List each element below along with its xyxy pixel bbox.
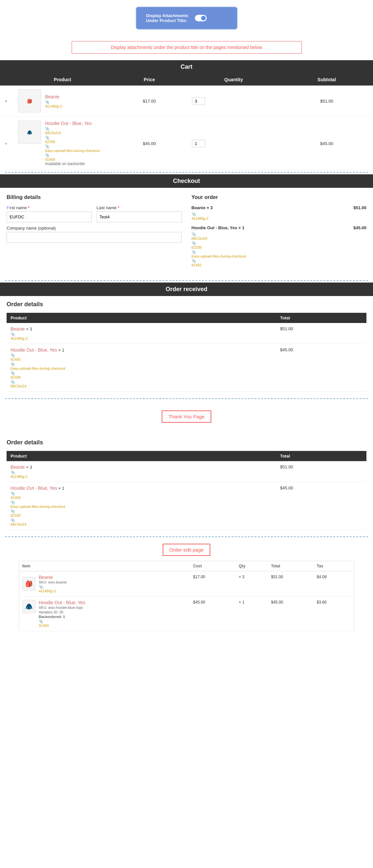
beanie-link[interactable]: Beanie <box>45 94 60 99</box>
edit-beanie-cost: $17.00 <box>190 571 236 597</box>
remove-hoodie-button[interactable]: × <box>5 142 7 146</box>
billing-panel: Billing details First name * Last name * <box>7 194 182 272</box>
checkout-h-icon-3: 📎 <box>192 250 196 254</box>
edit-hoodie-variation: Variation ID: 35 <box>39 610 63 614</box>
ty-hoodie-qty: × 1 <box>58 486 64 491</box>
info-box-text: Display attachments under the product ti… <box>111 45 262 50</box>
or-beanie-link[interactable]: Beanie <box>10 326 25 332</box>
beanie-price: $17.00 <box>112 86 187 117</box>
remove-beanie-button[interactable]: × <box>5 99 7 103</box>
hoodie-attachment-3[interactable]: Easy-upload-files-during-checkout <box>45 149 100 153</box>
checkout-beanie-name: Beanie × 3 <box>192 205 213 210</box>
or-col-product: Product <box>7 313 276 323</box>
hoodie-attachment-1[interactable]: 8AC0uG4 <box>45 131 100 135</box>
display-attachments-toggle[interactable] <box>195 15 207 21</box>
ty-beanie-qty: × 3 <box>26 465 32 470</box>
edit-beanie-icon: 🎒 <box>25 580 33 587</box>
ty-hoodie-attach-4[interactable]: 8AC0uG4 <box>10 522 272 526</box>
or-hoodie-link[interactable]: Hoodie Out - Blue, Yes <box>10 347 57 352</box>
ty-beanie-attach[interactable]: 4s1480g-2 <box>10 475 272 478</box>
or-beanie-attach[interactable]: 4s1480g-2 <box>10 337 272 340</box>
first-name-group: First name * <box>7 205 92 222</box>
order-received-title: Order received <box>166 286 207 292</box>
top-banner: Display Attachments Under Product Title: <box>136 7 238 30</box>
ty-hoodie-link[interactable]: Hoodie Out - Blue, Yes <box>10 486 57 491</box>
edit-beanie-attach-icon: 📎 <box>39 585 43 589</box>
company-group: Company name (optional) <box>7 226 182 243</box>
or-hoodie-attach-3[interactable]: 62338 <box>10 375 272 379</box>
checkout-beanie-attach[interactable]: 4s1485g-2 <box>192 216 367 220</box>
checkout-dashed-divider <box>5 280 368 281</box>
table-row: Hoodie Out - Blue, Yes × 1 📎 91469 📎 Eas… <box>7 482 366 530</box>
top-banner-wrapper: Display Attachments Under Product Title: <box>0 0 373 34</box>
thank-you-table: Product Total Beanie × 3 📎 4s1480g-2 $51… <box>7 451 366 530</box>
beanie-icon: 🎒 <box>27 99 32 103</box>
company-input[interactable] <box>7 232 182 243</box>
edit-hoodie-link[interactable]: Hoodie Out - Blue, Yes <box>39 600 86 605</box>
checkout-section: Checkout Billing details First name * La… <box>0 174 373 281</box>
ty-hoodie-attach-2[interactable]: Easy-upload-files-during-checkout <box>10 504 272 508</box>
edit-hoodie-attach[interactable]: 91469 <box>39 624 86 627</box>
thank-you-label-wrapper: Thank You Page <box>0 404 373 429</box>
or-col-total: Total <box>276 313 366 323</box>
ty-beanie-link[interactable]: Beanie <box>10 464 25 470</box>
ty-hoodie-total: $45.00 <box>276 482 366 530</box>
your-order-title: Your order <box>192 194 367 200</box>
company-label: Company name (optional) <box>7 226 182 230</box>
or-beanie-qty: × 3 <box>26 327 32 332</box>
checkout-title: Checkout <box>173 178 200 184</box>
edit-beanie-tax: $4.08 <box>313 571 354 597</box>
backorder-note: Available on backorder <box>45 161 100 166</box>
hoodie-attachment-2[interactable]: 62338 <box>45 140 100 144</box>
edit-hoodie-img: 🧥 <box>22 600 35 613</box>
hoodie-icon: 🧥 <box>27 130 32 135</box>
checkout-hoodie-attach-4[interactable]: 91465 <box>192 263 367 267</box>
hoodie-qty-input[interactable] <box>192 140 205 147</box>
ty-hoodie-attach-3[interactable]: 82338 <box>10 514 272 517</box>
or-hoodie-attach-4[interactable]: 8AC0uG4 <box>10 384 272 388</box>
beanie-attachment-link[interactable]: 4s1480g-2 <box>45 104 62 108</box>
checkout-hoodie-attach-2[interactable]: 62338 <box>192 245 367 249</box>
or-beanie-attach-icon: 📎 <box>10 332 15 336</box>
edit-col-qty: Qty <box>236 561 268 571</box>
beanie-qty-box <box>192 97 275 105</box>
or-h-icon-2: 📎 <box>10 362 15 366</box>
ty-beanie-total: $51.00 <box>276 461 366 482</box>
attachment-icon-1: 📎 <box>45 100 49 104</box>
info-box: Display attachments under the product ti… <box>72 41 302 54</box>
hoodie-price: $45.00 <box>112 117 187 170</box>
or-hoodie-attach-1[interactable]: 91465 <box>10 358 272 362</box>
beanie-qty-input[interactable] <box>192 97 205 105</box>
edit-beanie-attach[interactable]: 4s1480g-3 <box>39 589 67 593</box>
col-remove <box>0 74 13 86</box>
checkout-beanie-price: $51.00 <box>353 205 366 210</box>
table-row: 🧥 Hoodie Out - Blue, Yes SKU: woo-hoodie… <box>19 597 354 631</box>
edit-beanie-link[interactable]: Beanie <box>39 575 53 580</box>
edit-hoodie-backordered: Backordered: 1 <box>39 615 65 619</box>
first-name-input[interactable] <box>7 212 92 222</box>
hoodie-link[interactable]: Hoodie Out - Blue, Yes <box>45 121 92 126</box>
ty-hoodie-attach-1[interactable]: 91469 <box>10 496 272 500</box>
or-hoodie-attach-2[interactable]: Easy-upload-files-during-checkout <box>10 366 272 370</box>
checkout-hoodie-attach-1[interactable]: 8AC0uG4 <box>192 237 367 241</box>
edit-col-tax: Tax <box>313 561 354 571</box>
checkout-order-beanie: Beanie × 3 $51.00 📎 4s1485g-2 <box>192 205 367 220</box>
edit-beanie-img: 🎒 <box>22 577 35 590</box>
col-quantity: Quantity <box>187 74 280 86</box>
edit-hoodie-icon: 🧥 <box>25 603 33 610</box>
billing-title: Billing details <box>7 194 182 200</box>
thank-you-label: Thank You Page <box>162 410 211 423</box>
checkout-hoodie-attach-3[interactable]: Easy-upload-files-during-checkout <box>192 254 367 258</box>
table-row: Hoodie Out - Blue, Yes × 1 📎 91465 📎 Eas… <box>7 344 366 392</box>
order-details-title-2: Order details <box>7 439 366 446</box>
col-product: Product <box>13 74 112 86</box>
ty-h-icon-4: 📎 <box>10 518 15 522</box>
order-received-header: Order received <box>0 282 373 296</box>
beanie-image: 🎒 <box>18 90 41 113</box>
ty-beanie-attach-icon: 📎 <box>10 470 15 474</box>
or-h-icon-1: 📎 <box>10 353 15 357</box>
hoodie-attachment-4[interactable]: 91409 <box>45 158 100 161</box>
table-row: Beanie × 3 📎 4s1480g-2 $51.00 <box>7 461 366 482</box>
last-name-input[interactable] <box>97 212 182 222</box>
edit-hoodie-total: $45.00 <box>268 597 313 631</box>
